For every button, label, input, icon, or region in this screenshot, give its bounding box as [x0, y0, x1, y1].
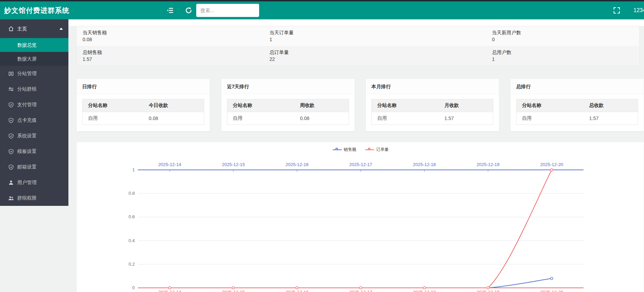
stat-value: 1: [269, 36, 486, 43]
home-icon: [8, 26, 14, 31]
cell-amount: 1.57: [584, 112, 638, 125]
data-point-orders: [487, 287, 489, 289]
stat-total-orders: 总订单量 22: [264, 46, 486, 65]
stat-value: 1.57: [83, 56, 264, 63]
legend-line-icon: [333, 149, 342, 150]
stats-summary-card: 当天销售额 0.08 当天订单量 1 当天新用户数 0 总销售额 1.57 总订…: [76, 26, 640, 66]
sidebar-item-label: 分站群组: [17, 81, 37, 97]
stats-row-total: 总销售额 1.57 总订单量 22 总用户数 1: [77, 46, 639, 65]
stat-value: 0: [492, 36, 639, 43]
sidebar-item-card-recharge[interactable]: 点卡充值: [0, 112, 68, 128]
stat-label: 当天销售额: [83, 29, 264, 36]
x-tick-label-bottom: 2025-12-18: [413, 290, 436, 292]
y-tick-label: 0.6: [129, 214, 135, 219]
col-header-amount: 月收款: [439, 99, 493, 112]
header-bar: 妙文馆付费进群系统 12345: [0, 1, 644, 19]
col-header-site-name: 分站名称: [83, 99, 143, 112]
rank-table: 分站名称 今日收款 自用 0.08: [82, 99, 204, 125]
shield-check-icon: [8, 133, 14, 139]
x-tick-label-top: 2025-12-14: [158, 162, 181, 167]
cell-site-name: 自用: [372, 112, 439, 125]
stat-today-sales: 当天销售额 0.08: [77, 26, 264, 46]
stat-value: 0.08: [83, 36, 264, 43]
x-tick-label-bottom: 2025-12-19: [476, 290, 500, 292]
sidebar-item-label: 邮箱设置: [17, 159, 37, 175]
sidebar-item-home[interactable]: 主页: [0, 19, 68, 38]
stat-today-new-users: 当天新用户数 0: [486, 26, 639, 46]
stat-label: 当天订单量: [269, 29, 486, 36]
rank-card-title: 近7天排行: [221, 79, 354, 94]
y-tick-label: 0.8: [129, 191, 135, 196]
col-header-amount: 总收款: [584, 99, 638, 112]
rank-card-title: 日排行: [77, 79, 210, 94]
sidebar-item-label: 系统设置: [17, 128, 37, 144]
data-point-orders: [423, 287, 426, 289]
sidebar-item-system-settings[interactable]: 系统设置: [0, 128, 68, 144]
app-title: 妙文馆付费进群系统: [4, 1, 69, 19]
data-point-sales: [550, 277, 553, 280]
stat-label: 总销售额: [83, 49, 264, 56]
content-top-strip: [68, 19, 644, 26]
chart-legend: 销售额 订单量: [138, 147, 584, 153]
cell-amount: 1.57: [439, 112, 493, 125]
x-tick-label-top: 2025-12-15: [222, 162, 245, 167]
cell-amount: 0.08: [294, 112, 349, 125]
stats-row-today: 当天销售额 0.08 当天订单量 1 当天新用户数 0: [77, 26, 639, 46]
rank-card-total: 总排行 分站名称 总收款 自用 1.57: [510, 79, 644, 131]
stat-today-orders: 当天订单量 1: [264, 26, 486, 46]
collapse-menu-icon[interactable]: [166, 6, 174, 15]
sidebar-item-label: 用户管理: [17, 175, 37, 190]
sidebar-item-payment-manage[interactable]: 支付管理: [0, 97, 68, 112]
stat-total-users: 总用户数 1: [486, 46, 639, 65]
legend-item-orders[interactable]: 订单量: [365, 147, 389, 153]
sidebar-item-data-screen[interactable]: 数据大屏: [0, 52, 68, 66]
users-icon: [8, 195, 14, 201]
username-link[interactable]: 12345: [634, 1, 644, 19]
sidebar-item-substation-manage[interactable]: 分站管理: [0, 66, 68, 81]
legend-line-icon: [365, 149, 374, 150]
rank-card-daily: 日排行 分站名称 今日收款 自用 0.08: [76, 79, 210, 131]
sidebar-item-label: 支付管理: [17, 97, 37, 112]
sidebar-item-template-settings[interactable]: 模板设置: [0, 144, 68, 159]
sidebar-item-label: 群组权限: [17, 190, 37, 206]
col-header-site-name: 分站名称: [517, 99, 584, 112]
sliders-icon: [8, 86, 14, 92]
data-point-orders: [232, 287, 235, 289]
x-tick-label-bottom: 2025-12-16: [285, 290, 309, 292]
table-row[interactable]: 自用 0.08: [227, 112, 349, 125]
sidebar-item-label: 分站管理: [17, 66, 37, 81]
x-tick-label-bottom: 2025-12-14: [158, 290, 181, 292]
sidebar-item-substation-groups[interactable]: 分站群组: [0, 81, 68, 97]
rank-card-month: 本月排行 分站名称 月收款 自用 1.57: [366, 79, 499, 131]
col-header-amount: 周收款: [294, 99, 349, 112]
line-chart[interactable]: 00.20.40.60.812025-12-142025-12-152025-1…: [77, 142, 644, 292]
fullscreen-icon[interactable]: [613, 6, 621, 15]
sidebar-item-mail-settings[interactable]: 邮箱设置: [0, 159, 68, 175]
shield-check-icon: [8, 149, 14, 154]
shield-check-icon: [8, 118, 14, 123]
table-row[interactable]: 自用 1.57: [372, 112, 493, 125]
table-row[interactable]: 自用 1.57: [517, 112, 638, 125]
rank-card-title: 总排行: [511, 79, 644, 94]
rank-card-title: 本月排行: [366, 79, 499, 94]
search-input[interactable]: [196, 4, 259, 17]
x-tick-label-bottom: 2025-12-15: [222, 290, 245, 292]
sidebar-item-user-manage[interactable]: 用户管理: [0, 175, 68, 190]
refresh-icon[interactable]: [184, 6, 193, 15]
sidebar-item-data-overview[interactable]: 数据总览: [0, 38, 68, 52]
cell-site-name: 自用: [517, 112, 584, 125]
chevron-up-icon: [59, 28, 63, 30]
data-point-orders: [169, 287, 171, 289]
x-tick-label-top: 2025-12-19: [476, 162, 500, 167]
data-point-orders: [550, 169, 553, 171]
legend-item-sales[interactable]: 销售额: [333, 147, 356, 153]
table-row[interactable]: 自用 0.08: [83, 112, 204, 125]
col-header-site-name: 分站名称: [372, 99, 439, 112]
col-header-amount: 今日收款: [143, 99, 204, 112]
x-tick-label-top: 2025-12-17: [349, 162, 372, 167]
x-tick-label-bottom: 2025-12-17: [349, 290, 372, 292]
stat-value: 1: [492, 56, 639, 63]
sidebar-item-group-permissions[interactable]: 群组权限: [0, 190, 68, 206]
user-icon: [8, 180, 14, 185]
shield-check-icon: [8, 164, 14, 170]
